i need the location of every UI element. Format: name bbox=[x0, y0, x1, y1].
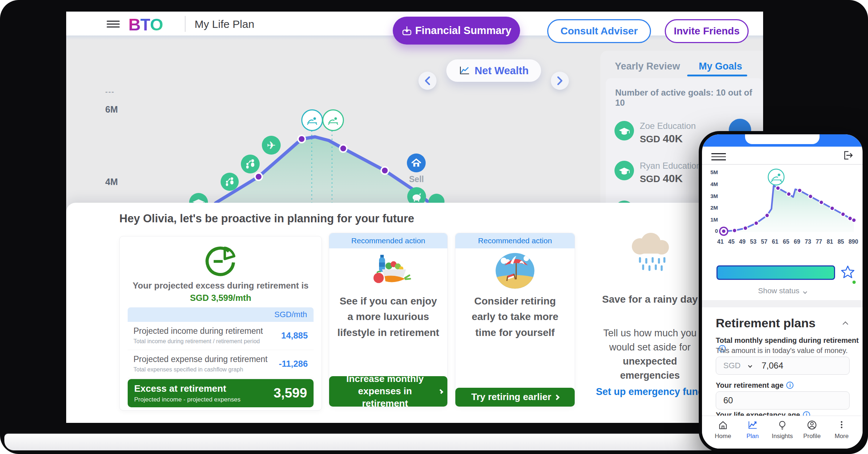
header-divider bbox=[185, 16, 186, 32]
prev-metric-button[interactable] bbox=[418, 72, 437, 90]
sell-label: Sell bbox=[409, 175, 424, 184]
setup-emergency-fund-link[interactable]: Set up emergency fund bbox=[590, 386, 710, 398]
download-icon bbox=[401, 25, 412, 36]
milestone-family-grow-icon[interactable] bbox=[241, 155, 260, 173]
recommendations-panel: Hey Olivia, let's be proactive in planni… bbox=[66, 203, 763, 423]
milestone-retire-partner-icon[interactable] bbox=[322, 109, 344, 131]
next-metric-button[interactable] bbox=[551, 72, 569, 90]
phone-header-divider bbox=[702, 164, 863, 165]
goal-amount: SGD 40K bbox=[640, 133, 683, 145]
page-title: My Life Plan bbox=[195, 18, 254, 30]
chevron-down-icon bbox=[748, 363, 752, 367]
currency-select[interactable]: SGD bbox=[723, 361, 741, 370]
rain-cloud-icon bbox=[590, 233, 710, 276]
active-tab-underline bbox=[687, 75, 747, 76]
more-dots-icon bbox=[836, 420, 847, 430]
luxurious-lifestyle-card: Recommended action See if you can enjoy … bbox=[329, 233, 448, 407]
laptop-device: --- 6M 4M ✈ bbox=[0, 0, 868, 454]
excess-intro-text: Your projected excess during retirement … bbox=[120, 281, 322, 291]
spending-help-text: This amount is in today's value of money… bbox=[716, 346, 848, 355]
app-window: --- 6M 4M ✈ bbox=[66, 12, 763, 423]
active-goals-count: Number of active goals: 10 out of 10 bbox=[615, 88, 763, 108]
try-retiring-earlier-button[interactable]: Try retiring earlier bbox=[455, 388, 575, 407]
phone-net-wealth-chart bbox=[702, 165, 863, 243]
goal-name: Zoe Education bbox=[640, 121, 696, 131]
card-text: Consider retiring early to take more tim… bbox=[455, 293, 575, 340]
spending-value: 7,064 bbox=[762, 361, 783, 371]
greeting-heading: Hey Olivia, let's be proactive in planni… bbox=[119, 212, 414, 225]
table-row-excess: Excess at retirementProjected income - p… bbox=[128, 379, 314, 407]
excess-table: SGD/mth Projected income during retireme… bbox=[128, 307, 314, 407]
table-row-expense: Projected expense during retirementTotal… bbox=[128, 350, 314, 378]
table-header-unit: SGD/mth bbox=[128, 307, 314, 322]
rainy-day-card: Save for a rainy day Tell us how much yo… bbox=[590, 233, 710, 407]
lightbulb-icon bbox=[777, 420, 788, 430]
retirement-age-input[interactable]: 60 bbox=[716, 391, 850, 409]
show-status-toggle[interactable]: Show status bbox=[702, 286, 863, 295]
education-goal-icon bbox=[614, 121, 634, 140]
collapse-section-icon[interactable] bbox=[843, 321, 847, 328]
recommended-action-badge: Recommended action bbox=[455, 233, 575, 248]
section-divider bbox=[702, 300, 863, 307]
projected-excess-card: Your projected excess during retirement … bbox=[119, 236, 322, 411]
spending-input[interactable]: SGD 7,064 bbox=[716, 357, 850, 375]
chevron-right-icon bbox=[438, 389, 443, 394]
chevron-right-icon bbox=[554, 394, 560, 400]
consult-adviser-button[interactable]: Consult Adviser bbox=[547, 19, 651, 43]
line-chart-icon bbox=[459, 66, 470, 76]
bto-logo: BTO bbox=[128, 14, 163, 34]
nav-home[interactable]: Home bbox=[710, 420, 736, 449]
retirement-plans-heading: Retirement plans bbox=[716, 316, 816, 330]
goal-amount: SGD 40K bbox=[640, 172, 683, 185]
star-notification-dot bbox=[852, 281, 856, 284]
phone-retire-icon bbox=[768, 169, 784, 185]
home-icon bbox=[718, 420, 728, 430]
retirement-age-label: Your retirement agei bbox=[716, 381, 793, 390]
phone-device: 5M 4M 3M 2M 1M 0 4145495357616 bbox=[699, 131, 866, 452]
tab-my-goals[interactable]: My Goals bbox=[699, 61, 742, 72]
star-icon[interactable] bbox=[840, 265, 855, 281]
milestone-travel-icon[interactable]: ✈ bbox=[262, 136, 281, 155]
info-icon[interactable]: i bbox=[786, 382, 793, 389]
financial-summary-button[interactable]: Financial Summary bbox=[393, 17, 520, 45]
profile-icon bbox=[807, 420, 817, 430]
nav-plan[interactable]: Plan bbox=[740, 420, 766, 449]
milestone-sell-house-icon[interactable] bbox=[407, 154, 426, 172]
retirement-age-value: 60 bbox=[723, 395, 733, 405]
phone-menu-icon[interactable] bbox=[711, 151, 726, 160]
table-row-income: Projected income during retirementTotal … bbox=[128, 322, 314, 350]
nav-profile[interactable]: Profile bbox=[799, 420, 825, 449]
card-text: Tell us how much you would set aside for… bbox=[590, 326, 710, 383]
nav-insights[interactable]: Insights bbox=[769, 420, 795, 449]
excess-amount-text: SGD 3,599/mth bbox=[120, 293, 322, 303]
pie-chart-icon bbox=[120, 244, 322, 279]
card-title: Save for a rainy day bbox=[590, 294, 710, 305]
retire-early-card: Recommended action bbox=[455, 233, 575, 407]
groceries-icon bbox=[329, 252, 447, 287]
card-text: See if you can enjoy a more luxurious li… bbox=[329, 293, 447, 340]
education-goal-icon bbox=[614, 161, 634, 180]
phone-x-axis: 414549535761656973778185890 bbox=[717, 239, 858, 245]
metric-label: Net Wealth bbox=[475, 65, 528, 77]
phone-bottom-nav: Home Plan Insights Profile More bbox=[702, 416, 863, 449]
phone-notch bbox=[745, 134, 820, 144]
recommended-action-badge: Recommended action bbox=[329, 233, 447, 248]
beach-vacation-icon bbox=[455, 252, 575, 290]
metric-selector[interactable]: Net Wealth bbox=[446, 59, 541, 82]
milestone-retire-icon[interactable] bbox=[301, 109, 323, 131]
status-gradient-bar bbox=[716, 265, 835, 280]
nav-more[interactable]: More bbox=[829, 420, 855, 449]
menu-icon[interactable] bbox=[107, 19, 120, 28]
increase-expenses-button[interactable]: Increase monthly expenses in retirement bbox=[329, 376, 447, 407]
plan-chart-icon bbox=[747, 420, 758, 430]
goal-name: Ryan Education bbox=[640, 161, 701, 171]
logout-icon[interactable] bbox=[842, 150, 854, 163]
milestone-family-icon[interactable] bbox=[221, 173, 239, 191]
tab-yearly-review[interactable]: Yearly Review bbox=[615, 61, 680, 72]
invite-friends-button[interactable]: Invite Friends bbox=[665, 19, 749, 43]
